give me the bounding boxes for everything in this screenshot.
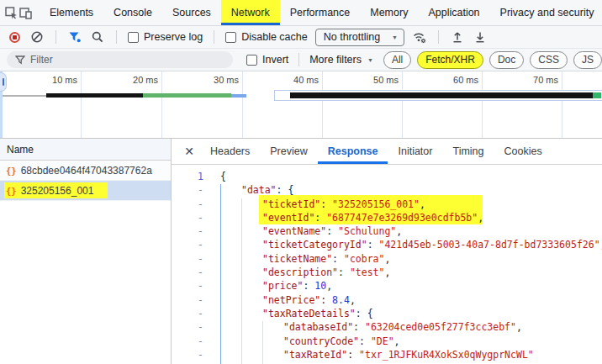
record-icon [9,32,20,43]
tab-headers[interactable]: Headers [200,139,260,164]
inspect-cursor-icon [4,6,18,20]
filter-input-box[interactable] [7,51,233,68]
overview-brush-handle[interactable] [0,72,7,92]
code-line: - "price": 10, [172,279,602,293]
preserve-log-toggle[interactable]: Preserve log [128,31,203,43]
request-name: 325205156_001 [21,185,94,197]
divider [438,30,439,44]
clear-button[interactable] [29,29,45,45]
highlight-annotation: {} 325205156_001 [4,182,108,198]
main-tabbar: Elements Console Sources Network Perform… [0,0,602,26]
request-name: 68cbdee0464f47043387762a [21,165,152,177]
preserve-log-label: Preserve log [144,31,203,43]
tick-label: 60 ms [428,75,478,85]
invert-toggle[interactable]: Invert [246,54,288,66]
tab-network[interactable]: Network [221,0,280,25]
tab-performance[interactable]: Performance [280,0,361,25]
filter-toggle-button[interactable] [67,29,82,45]
code-line: - "ticketId": "325205156_001", [172,198,602,211]
device-toolbar-button[interactable] [18,0,33,25]
tab-response[interactable]: Response [318,139,388,164]
chip-all[interactable]: All [383,51,411,69]
more-filters-button[interactable]: More filters ▼ [309,54,373,66]
throttling-value: No throttling [324,31,380,43]
disable-cache-checkbox[interactable] [225,32,236,43]
name-column-header[interactable]: Name [0,139,171,161]
chip-css[interactable]: CSS [530,51,568,69]
json-request-icon: {} [6,186,17,196]
request-row[interactable]: {} 68cbdee0464f47043387762a [0,161,171,181]
response-body[interactable]: 1 { - "data": { - "ticketId": "325205156… [172,165,602,364]
search-button[interactable] [90,29,105,45]
waterfall-segment-download [290,92,593,98]
tab-preview[interactable]: Preview [260,139,317,164]
disable-cache-toggle[interactable]: Disable cache [225,31,308,43]
more-filters-label: More filters [309,54,362,66]
code-line: - "databaseId": "63204ced0e05f277f3cc3eb… [172,320,602,334]
tab-timing[interactable]: Timing [442,139,494,164]
gridline [161,71,162,138]
search-icon [91,30,104,44]
code-line: - "ticketCategoryId": "421d45eb-5003-40a… [172,238,602,251]
waterfall-segment-blue [231,94,246,98]
gridline [482,71,483,138]
tick-label: 70 ms [508,75,558,85]
code-line: - "data": { [172,183,602,197]
export-har-button[interactable] [473,29,488,45]
device-toolbar-icon [18,6,33,20]
preserve-log-checkbox[interactable] [128,32,139,43]
funnel-small-icon [15,55,25,65]
tab-application[interactable]: Application [418,0,489,25]
chip-js[interactable]: JS [573,51,602,69]
network-conditions-button[interactable] [412,29,427,45]
gridline [81,71,82,138]
request-detail-panel: ✕ Headers Preview Response Initiator Tim… [172,139,602,364]
tab-privacy-security[interactable]: Privacy and security [490,0,602,25]
import-har-button[interactable] [450,29,465,45]
invert-label: Invert [262,54,288,66]
inspect-element-button[interactable] [4,0,18,25]
code-line: - "taxRateId": "txr_1RJFKuR4XokSx0qWygpr… [172,348,602,361]
chip-doc[interactable]: Doc [489,51,524,69]
clear-icon [30,30,44,44]
tick-label: 30 ms [188,75,239,85]
chevron-down-icon: ▼ [392,34,398,40]
code-line: - "ticketName": "cobra", [172,252,602,266]
chip-fetch-xhr[interactable]: Fetch/XHR [417,51,483,69]
chevron-down-icon: ▼ [367,57,373,63]
upload-icon [451,30,464,44]
download-icon [473,30,487,44]
filter-input[interactable] [30,54,224,66]
network-panels: Name {} 68cbdee0464f47043387762a {} 3252… [0,139,602,364]
tab-cookies[interactable]: Cookies [494,139,552,164]
wifi-gear-icon [412,30,427,45]
devtools-window: Elements Console Sources Network Perform… [0,0,602,364]
detail-tabbar: ✕ Headers Preview Response Initiator Tim… [172,139,602,165]
tab-memory[interactable]: Memory [360,0,418,25]
tab-initiator[interactable]: Initiator [388,139,442,164]
divider [116,30,117,44]
gridline [322,71,323,138]
tab-sources[interactable]: Sources [162,0,221,25]
request-type-chips: All Fetch/XHR Doc CSS JS [383,51,602,69]
json-request-icon: {} [6,166,17,176]
throttling-select[interactable]: No throttling ▼ [315,29,404,46]
tick-label: 40 ms [268,75,319,85]
divider [298,53,299,66]
overview-timeline[interactable]: 10 ms 20 ms 30 ms 40 ms 50 ms 60 ms 70 m… [0,71,602,139]
request-row-selected[interactable]: {} 325205156_001 [0,181,171,201]
close-icon: ✕ [184,145,194,158]
divider [55,30,56,44]
waterfall-segment-waiting [3,95,46,97]
network-toolbar: Preserve log Disable cache No throttling… [0,26,602,49]
tab-elements[interactable]: Elements [40,0,103,25]
code-line: - "description": "test", [172,266,602,279]
code-line: - "taxRateDetails": { [172,307,602,320]
record-button[interactable] [7,29,22,45]
code-line: 1 { [172,170,602,183]
gridline [242,71,243,138]
tab-console[interactable]: Console [103,0,162,25]
close-detail-button[interactable]: ✕ [178,139,200,164]
tick-label: 50 ms [348,75,399,85]
invert-checkbox[interactable] [246,55,257,66]
